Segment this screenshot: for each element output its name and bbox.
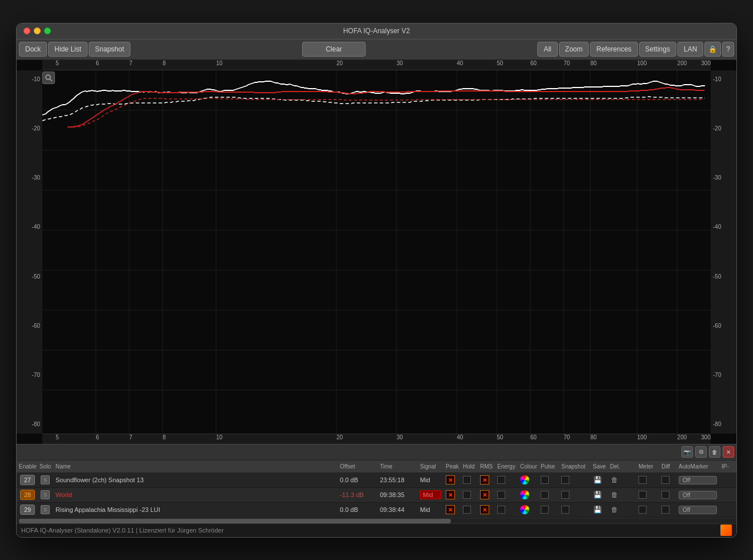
track-28-hold[interactable] bbox=[461, 491, 478, 499]
track-27-signal: Mid bbox=[418, 476, 443, 483]
y-label--20-right: -20 bbox=[711, 125, 736, 132]
track-29-colour[interactable] bbox=[518, 505, 538, 514]
track-27-diff[interactable] bbox=[659, 476, 676, 484]
spectrum-chart bbox=[42, 70, 711, 434]
y-label--70-right: -70 bbox=[711, 372, 736, 378]
track-29-peak[interactable]: ✕ bbox=[443, 505, 461, 514]
track-29-pulse[interactable] bbox=[538, 506, 559, 514]
track-29-offset: 0.0 dB bbox=[338, 506, 378, 513]
freq-label-60-bottom: 60 bbox=[530, 434, 537, 440]
header-ip: IP- bbox=[719, 463, 736, 470]
track-27-del[interactable]: 🗑 bbox=[608, 475, 625, 484]
settings-button[interactable]: Settings bbox=[639, 42, 676, 57]
maximize-button[interactable] bbox=[44, 27, 51, 34]
dock-button[interactable]: Dock bbox=[19, 42, 47, 57]
track-27-pulse[interactable] bbox=[538, 476, 559, 484]
track-27-solo-btn[interactable]: S bbox=[41, 475, 50, 484]
track-28-rms[interactable]: ✕ bbox=[478, 490, 495, 499]
window-title: HOFA IQ-Analyser V2 bbox=[343, 27, 410, 35]
y-axis-right: -10 -20 -30 -40 -50 -60 -70 -80 bbox=[711, 70, 736, 434]
y-label--10-left: -10 bbox=[17, 76, 42, 82]
freq-label-300-bottom: 300 bbox=[701, 434, 711, 440]
table-row: 28 S World -11.3 dB 09:38:35 Mid ✕ bbox=[17, 488, 736, 503]
freq-label-7-bottom: 7 bbox=[129, 434, 133, 440]
track-27-save[interactable]: 💾 bbox=[590, 475, 608, 484]
close-panel-icon[interactable]: ✕ bbox=[723, 446, 734, 458]
y-label--40-right: -40 bbox=[711, 224, 736, 230]
freq-label-8-bottom: 8 bbox=[163, 434, 166, 440]
horizontal-scrollbar[interactable] bbox=[17, 518, 736, 523]
track-28-signal[interactable]: Mid bbox=[418, 490, 443, 499]
freq-label-7-top: 7 bbox=[129, 60, 133, 66]
snapshot-button[interactable]: Snapshot bbox=[89, 42, 130, 57]
track-28-meter[interactable] bbox=[636, 491, 659, 499]
track-28-solo-btn[interactable]: S bbox=[41, 490, 50, 499]
freq-label-30-top: 30 bbox=[397, 60, 403, 66]
all-button[interactable]: All bbox=[537, 42, 557, 57]
freq-label-40-top: 40 bbox=[457, 60, 463, 66]
header-pulse: Pulse bbox=[538, 463, 559, 470]
hide-list-button[interactable]: Hide List bbox=[48, 42, 88, 57]
svg-line-22 bbox=[50, 79, 52, 81]
header-colour: Colour bbox=[518, 463, 538, 470]
search-button[interactable] bbox=[42, 72, 55, 84]
y-label--20-left: -20 bbox=[17, 125, 42, 132]
lock-icon[interactable]: 🔒 bbox=[704, 42, 721, 57]
track-28-snapshot[interactable] bbox=[559, 491, 590, 499]
track-29-save[interactable]: 💾 bbox=[590, 505, 608, 514]
track-27-automarker[interactable]: Off bbox=[676, 476, 719, 484]
header-save: Save bbox=[590, 463, 608, 470]
track-29-energy[interactable] bbox=[495, 506, 518, 514]
track-29-meter[interactable] bbox=[636, 506, 659, 514]
track-28-num[interactable]: 28 bbox=[20, 490, 35, 500]
header-automarker: AutoMarker bbox=[676, 463, 719, 470]
y-label--10-right: -10 bbox=[711, 76, 736, 82]
help-button[interactable]: ? bbox=[722, 42, 734, 57]
track-28-energy[interactable] bbox=[495, 491, 518, 499]
track-29-del[interactable]: 🗑 bbox=[608, 505, 625, 514]
lan-button[interactable]: LAN bbox=[677, 42, 703, 57]
track-27-offset: 0.0 dB bbox=[338, 476, 378, 483]
track-27-energy[interactable] bbox=[495, 476, 518, 484]
track-29-diff[interactable] bbox=[659, 506, 676, 514]
bin-icon[interactable]: 🗑 bbox=[709, 446, 720, 458]
track-27-num[interactable]: 27 bbox=[20, 475, 35, 485]
track-29-automarker[interactable]: Off bbox=[676, 506, 719, 514]
track-28-peak[interactable]: ✕ bbox=[443, 490, 461, 499]
track-27-colour[interactable] bbox=[518, 475, 538, 484]
track-29-num[interactable]: 29 bbox=[20, 505, 35, 515]
track-28-del[interactable]: 🗑 bbox=[608, 490, 625, 499]
zoom-button[interactable]: Zoom bbox=[559, 42, 589, 57]
freq-label-60-top: 60 bbox=[530, 60, 537, 66]
track-28-pulse[interactable] bbox=[538, 491, 559, 499]
track-28-colour[interactable] bbox=[518, 490, 538, 499]
freq-axis-top: 5 6 7 8 10 20 30 40 50 60 70 80 100 200 … bbox=[42, 60, 711, 70]
track-27-meter[interactable] bbox=[636, 476, 659, 484]
track-29-rms[interactable]: ✕ bbox=[478, 505, 495, 514]
copy-icon[interactable]: ⧉ bbox=[695, 446, 707, 458]
track-27-peak[interactable]: ✕ bbox=[443, 475, 461, 484]
freq-label-100-top: 100 bbox=[637, 60, 647, 66]
track-29-solo-btn[interactable]: S bbox=[41, 505, 50, 514]
references-button[interactable]: References bbox=[590, 42, 637, 57]
track-28-automarker[interactable]: Off bbox=[676, 491, 719, 499]
clear-button[interactable]: Clear bbox=[302, 42, 366, 57]
track-28-save[interactable]: 💾 bbox=[590, 490, 608, 499]
track-27-hold[interactable] bbox=[461, 476, 478, 484]
header-signal: Signal bbox=[418, 463, 443, 470]
freq-label-40-bottom: 40 bbox=[457, 434, 463, 440]
camera-icon[interactable]: 📷 bbox=[681, 446, 693, 458]
track-29-hold[interactable] bbox=[461, 506, 478, 514]
close-button[interactable] bbox=[23, 27, 30, 34]
track-27-rms[interactable]: ✕ bbox=[478, 475, 495, 484]
freq-label-30-bottom: 30 bbox=[397, 434, 403, 440]
track-29-snapshot[interactable] bbox=[559, 506, 590, 514]
header-meter: Meter bbox=[636, 463, 659, 470]
toolbar: Dock Hide List Snapshot Clear All Zoom R… bbox=[17, 39, 736, 60]
freq-label-100-bottom: 100 bbox=[637, 434, 647, 440]
track-27-snapshot[interactable] bbox=[559, 476, 590, 484]
freq-label-5-bottom: 5 bbox=[56, 434, 59, 440]
freq-label-80-bottom: 80 bbox=[590, 434, 597, 440]
minimize-button[interactable] bbox=[34, 27, 41, 34]
track-28-diff[interactable] bbox=[659, 491, 676, 499]
